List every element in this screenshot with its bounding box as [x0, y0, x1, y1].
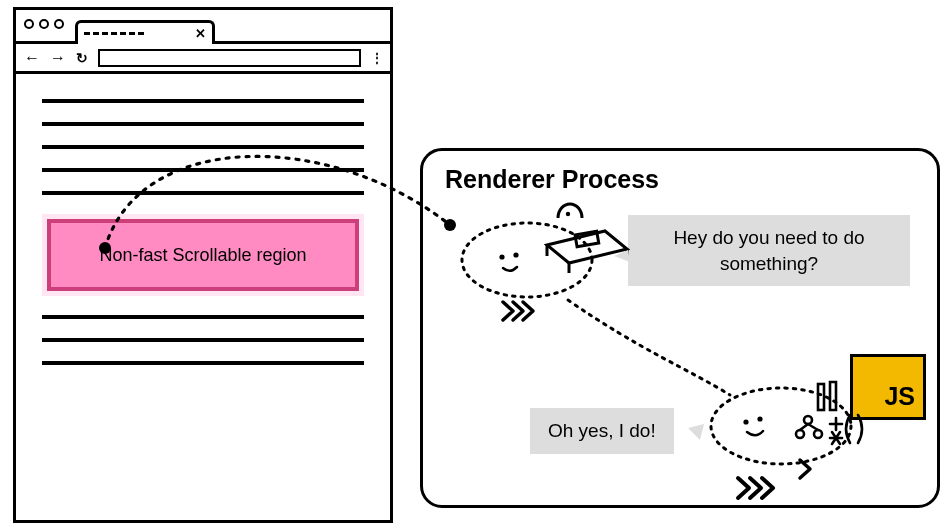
text-line: [42, 99, 364, 103]
kebab-menu-icon: ⋮: [371, 51, 382, 65]
text-line: [42, 338, 364, 342]
renderer-title: Renderer Process: [445, 165, 915, 194]
text-line: [42, 122, 364, 126]
address-bar: ← → ↻ ⋮: [16, 44, 390, 74]
renderer-process-box: Renderer Process: [420, 148, 940, 508]
page-content: Non-fast Scrollable region: [16, 74, 390, 390]
bubble1-text: Hey do you need to do something?: [673, 227, 864, 274]
bubble2-text: Oh yes, I do!: [548, 420, 656, 441]
text-line: [42, 145, 364, 149]
browser-window: ✕ ← → ↻ ⋮ Non-fast Scrollable region: [13, 7, 393, 523]
reload-icon: ↻: [76, 50, 88, 66]
forward-icon: →: [50, 49, 66, 67]
browser-tab: ✕: [75, 20, 215, 44]
non-fast-scrollable-region: Non-fast Scrollable region: [42, 214, 364, 296]
traffic-light-icon: [54, 19, 64, 29]
text-line: [42, 315, 364, 319]
text-line: [42, 361, 364, 365]
text-line: [42, 191, 364, 195]
speech-bubble-main-thread: Oh yes, I do!: [530, 408, 674, 454]
js-label: JS: [884, 382, 915, 411]
tab-title-placeholder: [84, 32, 144, 35]
speech-bubble-compositor: Hey do you need to do something?: [628, 215, 910, 286]
traffic-light-icon: [24, 19, 34, 29]
window-controls: [24, 19, 64, 29]
url-field: [98, 49, 361, 67]
js-box: JS: [850, 354, 926, 420]
traffic-light-icon: [39, 19, 49, 29]
close-icon: ✕: [195, 26, 206, 41]
tab-bar: ✕: [16, 10, 390, 44]
back-icon: ←: [24, 49, 40, 67]
nfs-label: Non-fast Scrollable region: [99, 245, 306, 266]
text-line: [42, 168, 364, 172]
